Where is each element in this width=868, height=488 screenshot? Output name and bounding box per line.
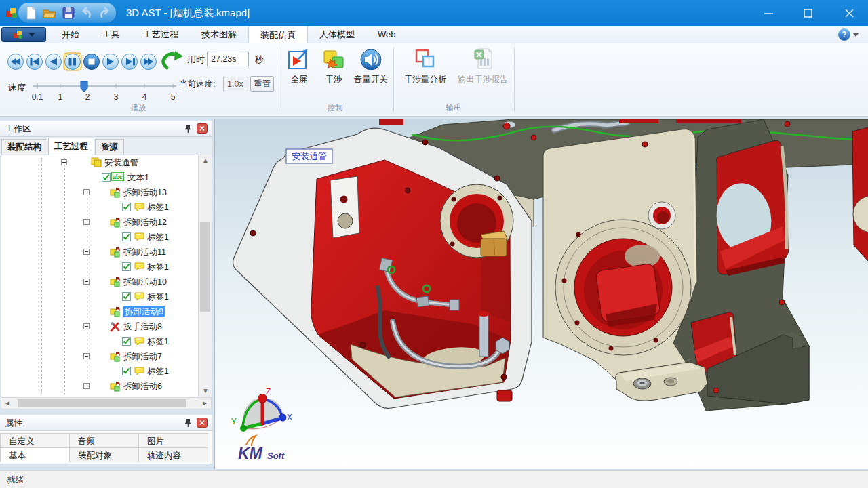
viewport-annotation[interactable]: 安装通管	[286, 149, 332, 163]
interference-analysis-button[interactable]: 干涉量分析	[399, 47, 452, 91]
interference-button[interactable]: 干涉	[317, 47, 350, 91]
maximize-button[interactable]	[792, 0, 823, 26]
close-panel-icon[interactable]	[197, 418, 208, 430]
tree-item-label[interactable]: 拆卸活动7	[123, 351, 162, 362]
pin-icon[interactable]	[184, 418, 192, 430]
tab-picture[interactable]: 图片	[138, 433, 208, 448]
tree-checkbox[interactable]	[122, 337, 131, 348]
tab-technical-illustration[interactable]: 技术图解	[190, 26, 248, 43]
tree-item[interactable]: 拆卸活动12	[1, 215, 211, 230]
tab-start[interactable]: 开始	[50, 26, 91, 43]
new-document-icon[interactable]	[24, 6, 38, 20]
tab-assembly-structure[interactable]: 装配结构	[1, 139, 47, 155]
current-speed-field[interactable]: 1.0x	[223, 77, 248, 92]
tree-expander[interactable]	[83, 323, 90, 329]
tab-basic[interactable]: 基本	[0, 447, 70, 462]
tree-item[interactable]: 拆卸活动7	[1, 349, 211, 364]
tree-expander[interactable]	[83, 383, 90, 389]
tree-item[interactable]: 标签1	[1, 289, 211, 304]
tree-item[interactable]: 标签1	[1, 334, 211, 349]
undo-icon[interactable]	[80, 6, 94, 20]
save-icon[interactable]	[62, 6, 75, 20]
tree-checkbox[interactable]	[122, 203, 131, 214]
tab-resources[interactable]: 资源	[95, 139, 124, 155]
tree-item[interactable]: 拆卸活动6	[1, 379, 211, 394]
axis-x-label: X	[287, 413, 292, 422]
tree-expander[interactable]	[83, 249, 90, 255]
tree-item-label[interactable]: 拆卸活动9	[123, 306, 165, 317]
tab-audio[interactable]: 音频	[69, 433, 139, 448]
tree-item-label[interactable]: 文本1	[127, 172, 149, 183]
help-button[interactable]: ?	[838, 28, 859, 41]
tree-item[interactable]: 标签1	[1, 200, 211, 215]
tree-item[interactable]: 扳手活动8	[1, 319, 211, 334]
tree-item[interactable]: 安装通管	[1, 155, 211, 170]
tree-item-label[interactable]: 拆卸活动12	[123, 217, 167, 228]
tab-human-model[interactable]: 人体模型	[308, 26, 366, 43]
pin-icon[interactable]	[184, 124, 192, 136]
tree-item[interactable]: 标签1	[1, 260, 211, 274]
tab-tools[interactable]: 工具	[91, 26, 132, 43]
label-tag-icon	[134, 291, 145, 301]
fullscreen-button[interactable]: 全屏	[282, 47, 316, 91]
minimize-button[interactable]	[753, 0, 784, 26]
scroll-down-icon[interactable]: ▼	[202, 388, 209, 394]
tree-item-label[interactable]: 拆卸活动10	[123, 277, 167, 287]
tree-expander[interactable]	[61, 159, 67, 165]
tree-expander[interactable]	[83, 189, 90, 195]
scrollbar-thumb[interactable]	[200, 222, 210, 312]
tab-assembly-simulation[interactable]: 装配仿真	[248, 26, 308, 43]
application-menu-button[interactable]	[1, 27, 46, 42]
playback-controls[interactable]	[4, 49, 189, 74]
scrollbar-thumb[interactable]	[18, 399, 186, 407]
tree-checkbox[interactable]	[122, 292, 131, 303]
viewport-3d[interactable]: 安装通管 Z X Y KM Soft	[214, 119, 868, 469]
tree-expander[interactable]	[83, 219, 90, 225]
tree-item-label[interactable]: 标签1	[147, 366, 169, 377]
tab-assembly-object[interactable]: 装配对象	[69, 447, 139, 462]
reset-button[interactable]: 重置	[250, 76, 274, 92]
close-button[interactable]	[831, 0, 867, 26]
tree-checkbox[interactable]	[122, 232, 131, 243]
tree-checkbox[interactable]	[102, 173, 111, 184]
tab-web[interactable]: Web	[366, 26, 408, 43]
tree-item-label[interactable]: 标签1	[147, 232, 169, 243]
tree-item[interactable]: 拆卸活动11	[1, 245, 211, 260]
tab-process-tree[interactable]: 工艺过程	[48, 138, 94, 155]
volume-toggle-button[interactable]: 音量开关	[349, 47, 393, 91]
tree-item-label[interactable]: 标签1	[147, 262, 169, 272]
elapsed-time-field[interactable]: 27.23s	[207, 52, 249, 66]
tree-item-label[interactable]: 拆卸活动11	[123, 247, 166, 258]
redo-icon[interactable]	[98, 6, 111, 20]
tree-item[interactable]: 拆卸活动9	[1, 304, 211, 319]
close-panel-icon[interactable]	[197, 123, 208, 136]
tree-item[interactable]: 拆卸活动13	[1, 185, 211, 200]
tree-item-label[interactable]: 安装通管	[104, 157, 138, 168]
tab-process[interactable]: 工艺过程	[132, 26, 190, 43]
tree-checkbox[interactable]	[122, 262, 131, 273]
tree-vertical-scrollbar[interactable]: ▲ ▼	[198, 155, 212, 397]
tree-item-label[interactable]: 扳手活动8	[123, 321, 162, 332]
output-report-button[interactable]: 输出干涉报告	[452, 47, 514, 91]
tree-item[interactable]: 标签1	[1, 230, 211, 245]
scroll-left-icon[interactable]: ◄	[4, 400, 11, 407]
tab-track-content[interactable]: 轨迹内容	[138, 447, 208, 462]
tab-custom[interactable]: 自定义	[0, 433, 70, 448]
tree-item-label[interactable]: 标签1	[147, 291, 169, 302]
tree-checkbox[interactable]	[122, 367, 131, 378]
tree-item[interactable]: abc文本1	[1, 170, 211, 185]
tree-item-label[interactable]: 标签1	[147, 336, 169, 347]
tree-item-label[interactable]: 拆卸活动13	[123, 187, 167, 198]
tree-horizontal-scrollbar[interactable]: ◄ ►	[1, 397, 212, 409]
tree-item-label[interactable]: 拆卸活动6	[123, 381, 162, 392]
help-icon: ?	[838, 28, 850, 41]
scroll-right-icon[interactable]: ►	[201, 400, 208, 407]
open-folder-icon[interactable]	[43, 6, 56, 20]
tree-item-label[interactable]: 标签1	[147, 202, 169, 213]
viewport-3d-canvas[interactable]: 安装通管 Z X Y KM Soft	[215, 119, 868, 469]
tree-expander[interactable]	[83, 353, 90, 359]
tree-item[interactable]: 标签1	[1, 364, 211, 379]
scroll-up-icon[interactable]: ▲	[202, 157, 209, 164]
tree-item[interactable]: 拆卸活动10	[1, 274, 211, 289]
tree-expander[interactable]	[83, 279, 90, 285]
